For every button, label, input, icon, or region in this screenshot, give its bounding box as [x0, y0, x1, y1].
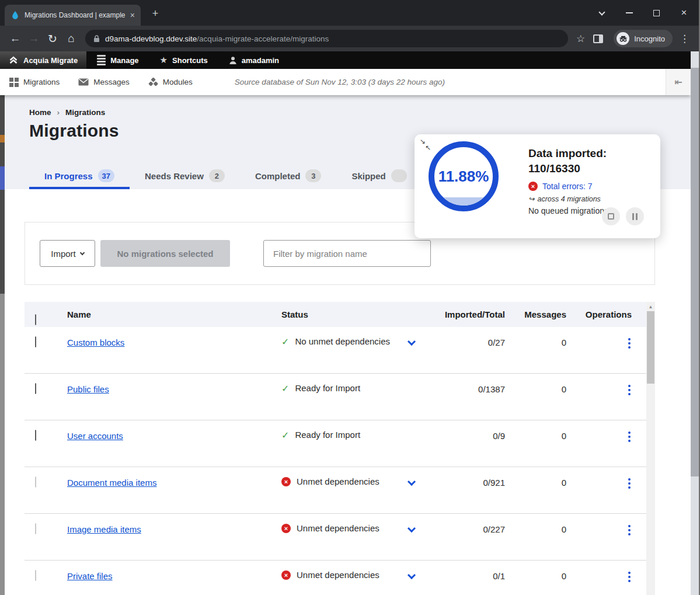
migration-name-link[interactable]: Image media items	[67, 524, 141, 534]
operations-kebab-icon[interactable]	[627, 570, 632, 595]
operations-kebab-icon[interactable]	[627, 430, 632, 467]
migration-name-link[interactable]: Public files	[67, 384, 109, 394]
imported-total-value: 0/27	[433, 327, 512, 373]
tab-search-icon[interactable]	[588, 0, 615, 26]
imported-total-value: 0/1	[433, 561, 512, 595]
resize-handle-icon[interactable]: ↘↖	[420, 137, 435, 152]
admin-item-user[interactable]: amadamin	[218, 51, 290, 69]
tab-skipped[interactable]: Skipped	[336, 162, 422, 189]
new-tab-button[interactable]: +	[148, 6, 162, 20]
window-scrollbar-thumb[interactable]	[691, 68, 699, 476]
error-icon: ×	[281, 524, 291, 533]
hook-arrow-icon: ↪	[528, 194, 534, 203]
imported-total-value: 0/921	[433, 467, 512, 513]
migration-name-link[interactable]: Private files	[67, 571, 113, 581]
operations-kebab-icon[interactable]	[627, 337, 632, 373]
address-bar[interactable]: d9ama-ddevblog.ddev.site/acquia-migrate-…	[85, 30, 568, 47]
tab-in-progress[interactable]: In Progress 37	[29, 162, 130, 189]
progress-info: Data imported: 110/16330 × Total errors:…	[528, 146, 654, 215]
migration-name-link[interactable]: Document media items	[67, 478, 156, 488]
home-button[interactable]: ⌂	[62, 29, 81, 48]
browser-toolbar: ← → ↻ ⌂ d9ama-ddevblog.ddev.site/acquia-…	[0, 26, 700, 51]
incognito-icon	[617, 32, 629, 45]
table-row: Public files ✓ × Ready for Import 0/1387…	[25, 374, 646, 420]
table-scrollbar-thumb[interactable]	[647, 311, 654, 384]
operations-kebab-icon[interactable]	[627, 524, 632, 560]
header-imported-total: Imported/Total	[433, 309, 512, 319]
chevron-down-icon[interactable]	[408, 524, 416, 533]
tab-label: Needs Review	[145, 171, 204, 181]
browser-menu-icon[interactable]: ⋮	[675, 33, 694, 45]
data-imported-label: Data imported:	[528, 146, 654, 161]
admin-item-label: amadamin	[242, 56, 279, 65]
bookmark-star-icon[interactable]: ☆	[573, 33, 588, 45]
import-button-label: Import	[51, 249, 76, 259]
admin-item-label: Manage	[110, 56, 138, 65]
messages-count: 0	[512, 374, 573, 420]
browser-tab[interactable]: Migrations Dashboard | example ×	[5, 5, 141, 26]
toolbar-collapse-button[interactable]: ⇤	[666, 69, 691, 95]
import-dropdown-button[interactable]: Import	[40, 240, 95, 267]
grid-icon	[9, 78, 19, 87]
tab-needs-review[interactable]: Needs Review 2	[130, 162, 240, 189]
toolbar-item-migrations[interactable]: Migrations	[0, 78, 69, 87]
tab-completed[interactable]: Completed 3	[240, 162, 337, 189]
table-scrollbar[interactable]: ▲	[646, 302, 655, 595]
side-panel-icon[interactable]	[593, 34, 603, 43]
hamburger-icon	[97, 55, 106, 65]
migrations-table-body: Custom blocks ✓ × No unmet dependencies …	[25, 327, 646, 595]
admin-item-shortcuts[interactable]: ★ Shortcuts	[149, 51, 218, 69]
back-button[interactable]: ←	[6, 29, 25, 48]
chevron-down-icon[interactable]	[408, 478, 416, 486]
row-checkbox[interactable]	[35, 476, 36, 488]
minimize-button[interactable]	[615, 0, 643, 26]
status-text: No unmet dependencies	[295, 336, 390, 346]
row-checkbox[interactable]	[35, 523, 36, 534]
check-icon: ✓	[281, 383, 289, 394]
error-icon: ×	[281, 477, 291, 486]
toolbar-item-messages[interactable]: Messages	[69, 78, 139, 86]
pause-button[interactable]	[626, 207, 644, 225]
row-checkbox[interactable]	[35, 383, 36, 394]
migration-name-link[interactable]: User accounts	[67, 431, 123, 441]
chevron-down-icon[interactable]	[408, 337, 416, 346]
tab-count-badge	[391, 169, 407, 182]
header-operations: Operations	[573, 309, 646, 319]
pause-icon	[632, 213, 638, 220]
row-checkbox[interactable]	[35, 570, 36, 581]
migrations-table: Name Status Imported/Total Messages Oper…	[25, 302, 646, 595]
maximize-button[interactable]	[643, 0, 670, 26]
messages-count: 0	[512, 467, 573, 513]
close-window-button[interactable]: ×	[670, 0, 698, 26]
toolbar-item-label: Messages	[93, 78, 130, 86]
breadcrumb-current: Migrations	[65, 108, 105, 117]
stop-icon	[608, 213, 614, 220]
breadcrumb-home-link[interactable]: Home	[29, 108, 51, 117]
stop-button[interactable]	[602, 207, 620, 225]
status-text: Unmet dependencies	[297, 570, 379, 580]
reload-button[interactable]: ↻	[43, 29, 62, 48]
select-all-checkbox[interactable]	[35, 314, 36, 325]
messages-count: 0	[512, 514, 573, 560]
browser-tab-title: Migrations Dashboard | example	[25, 11, 126, 19]
status-cell: ✓ × Ready for Import	[270, 374, 433, 420]
migration-name-link[interactable]: Custom blocks	[67, 337, 124, 347]
operations-kebab-icon[interactable]	[627, 384, 632, 420]
status-cell: ✓ × Unmet dependencies	[270, 514, 433, 560]
toolbar-item-modules[interactable]: Modules	[139, 78, 202, 86]
tab-close-icon[interactable]: ×	[130, 11, 135, 19]
row-checkbox[interactable]	[35, 336, 36, 347]
filter-input[interactable]	[263, 240, 431, 267]
admin-item-manage[interactable]: Manage	[86, 51, 149, 69]
scroll-up-arrow-icon[interactable]: ▲	[646, 302, 655, 311]
operations-kebab-icon[interactable]	[627, 477, 632, 513]
acquia-migrate-brand[interactable]: Acquia Migrate	[0, 51, 86, 69]
secondary-toolbar: Migrations Messages Modules Source datab…	[0, 69, 691, 95]
table-row: User accounts ✓ × Ready for Import 0/9 0	[25, 420, 646, 467]
chevron-down-icon[interactable]	[408, 571, 416, 579]
row-checkbox[interactable]	[35, 430, 36, 441]
total-errors-link[interactable]: Total errors: 7	[542, 182, 593, 191]
forward-button[interactable]: →	[25, 29, 43, 48]
error-icon: ×	[528, 182, 538, 191]
toolbar-item-label: Migrations	[23, 78, 60, 86]
